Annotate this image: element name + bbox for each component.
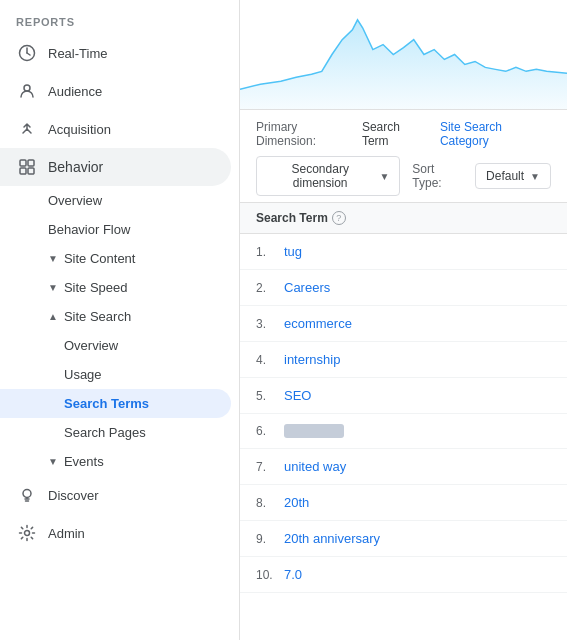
sidebar: REPORTS Real-Time Audience Acquisition B…: [0, 0, 240, 640]
sidebar-item-acquisition-label: Acquisition: [48, 122, 111, 137]
sidebar-item-discover[interactable]: Discover: [0, 476, 231, 514]
blurred-term-6: [284, 424, 344, 438]
table-row: 8. 20th: [240, 485, 567, 521]
svg-rect-5: [28, 160, 34, 166]
primary-dim-label: Primary Dimension:: [256, 120, 358, 148]
secondary-dimension-label: Secondary dimension: [267, 162, 373, 190]
sidebar-subitem-site-speed[interactable]: ▼ Site Speed: [0, 273, 231, 302]
sidebar-subitem-site-content[interactable]: ▼ Site Content: [0, 244, 231, 273]
row-num-5: 5.: [256, 389, 284, 403]
secondary-dim-arrow-icon: ▼: [379, 171, 389, 182]
lightbulb-icon: [16, 484, 38, 506]
sidebar-subitem-site-content-label: Site Content: [64, 251, 136, 266]
sidebar-item-behavior[interactable]: Behavior: [0, 148, 231, 186]
sidebar-subitem-events[interactable]: ▼ Events: [0, 447, 231, 476]
sidebar-item-admin[interactable]: Admin: [0, 514, 231, 552]
row-num-1: 1.: [256, 245, 284, 259]
controls-row: Secondary dimension ▼ Sort Type: Default…: [256, 156, 551, 196]
table-row: 1. tug: [240, 234, 567, 270]
table-row: 7. united way: [240, 449, 567, 485]
sidebar-subitem-site-speed-label: Site Speed: [64, 280, 128, 295]
sidebar-deep-search-terms[interactable]: Search Terms: [0, 389, 231, 418]
sidebar-item-behavior-label: Behavior: [48, 159, 103, 175]
sort-default-dropdown[interactable]: Default ▼: [475, 163, 551, 189]
sidebar-item-realtime[interactable]: Real-Time: [0, 34, 231, 72]
row-num-8: 8.: [256, 496, 284, 510]
row-link-3[interactable]: ecommerce: [284, 316, 352, 331]
svg-rect-6: [20, 168, 26, 174]
sidebar-subitem-behavior-flow[interactable]: Behavior Flow: [0, 215, 231, 244]
row-num-6: 6.: [256, 424, 284, 438]
person-icon: [16, 80, 38, 102]
sidebar-deep-overview-label: Overview: [64, 338, 118, 353]
sidebar-deep-overview[interactable]: Overview: [0, 331, 231, 360]
help-icon[interactable]: ?: [332, 211, 346, 225]
site-search-category-link[interactable]: Site Search Category: [440, 120, 551, 148]
table-row: 3. ecommerce: [240, 306, 567, 342]
row-num-10: 10.: [256, 568, 284, 582]
grid-icon: [16, 156, 38, 178]
row-link-9[interactable]: 20th anniversary: [284, 531, 380, 546]
sidebar-subitem-overview[interactable]: Overview: [0, 186, 231, 215]
svg-line-2: [27, 53, 30, 55]
arrow-split-icon: [16, 118, 38, 140]
table-row: 6.: [240, 414, 567, 449]
sidebar-deep-search-pages-label: Search Pages: [64, 425, 146, 440]
dimension-row: Primary Dimension: Search Term Site Sear…: [240, 110, 567, 203]
sidebar-item-audience[interactable]: Audience: [0, 72, 231, 110]
svg-rect-4: [20, 160, 26, 166]
sidebar-deep-usage-label: Usage: [64, 367, 102, 382]
svg-rect-7: [28, 168, 34, 174]
table-row: 9. 20th anniversary: [240, 521, 567, 557]
search-terms-table: 1. tug 2. Careers 3. ecommerce 4. intern…: [240, 234, 567, 593]
svg-point-8: [23, 490, 31, 498]
chevron-down-icon-speed: ▼: [48, 282, 58, 293]
gear-icon: [16, 522, 38, 544]
row-link-8[interactable]: 20th: [284, 495, 309, 510]
sidebar-item-acquisition[interactable]: Acquisition: [0, 110, 231, 148]
row-link-7[interactable]: united way: [284, 459, 346, 474]
sidebar-item-admin-label: Admin: [48, 526, 85, 541]
sidebar-subitem-site-search-label: Site Search: [64, 309, 131, 324]
row-link-1[interactable]: tug: [284, 244, 302, 259]
main-content: Primary Dimension: Search Term Site Sear…: [240, 0, 567, 640]
row-num-9: 9.: [256, 532, 284, 546]
chevron-down-icon: ▼: [48, 253, 58, 264]
table-header-text: Search Term: [256, 211, 328, 225]
primary-dimension-line: Primary Dimension: Search Term Site Sear…: [256, 120, 551, 148]
table-header: Search Term ?: [240, 203, 567, 234]
chevron-up-icon-search: ▲: [48, 311, 58, 322]
row-num-4: 4.: [256, 353, 284, 367]
sort-type-label: Sort Type:: [412, 162, 463, 190]
reports-label: REPORTS: [0, 8, 239, 34]
row-link-4[interactable]: internship: [284, 352, 340, 367]
table-row: 10. 7.0: [240, 557, 567, 593]
chart-area: [240, 0, 567, 110]
sidebar-subitem-events-label: Events: [64, 454, 104, 469]
sidebar-item-discover-label: Discover: [48, 488, 99, 503]
sidebar-subitem-behavior-flow-label: Behavior Flow: [48, 222, 130, 237]
row-link-5[interactable]: SEO: [284, 388, 311, 403]
row-link-10[interactable]: 7.0: [284, 567, 302, 582]
primary-dim-active: Search Term: [362, 120, 428, 148]
table-row: 5. SEO: [240, 378, 567, 414]
clock-icon: [16, 42, 38, 64]
sidebar-subitem-overview-label: Overview: [48, 193, 102, 208]
sidebar-subitem-site-search[interactable]: ▲ Site Search: [0, 302, 231, 331]
row-num-3: 3.: [256, 317, 284, 331]
table-row: 2. Careers: [240, 270, 567, 306]
sidebar-deep-usage[interactable]: Usage: [0, 360, 231, 389]
sort-arrow-icon: ▼: [530, 171, 540, 182]
secondary-dimension-dropdown[interactable]: Secondary dimension ▼: [256, 156, 400, 196]
row-num-7: 7.: [256, 460, 284, 474]
sidebar-item-audience-label: Audience: [48, 84, 102, 99]
svg-point-10: [25, 531, 30, 536]
sidebar-item-realtime-label: Real-Time: [48, 46, 107, 61]
svg-point-3: [24, 85, 30, 91]
row-num-2: 2.: [256, 281, 284, 295]
table-row: 4. internship: [240, 342, 567, 378]
row-link-2[interactable]: Careers: [284, 280, 330, 295]
chevron-right-icon-events: ▼: [48, 456, 58, 467]
sort-default-label: Default: [486, 169, 524, 183]
sidebar-deep-search-pages[interactable]: Search Pages: [0, 418, 231, 447]
